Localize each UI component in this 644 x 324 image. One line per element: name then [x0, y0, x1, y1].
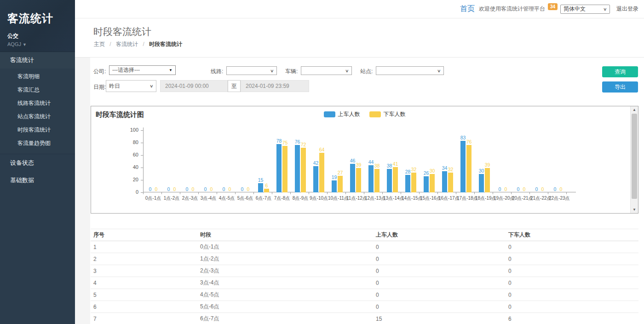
breadcrumb-section[interactable]: 客流统计 — [116, 41, 138, 47]
query-button[interactable]: 查询 — [602, 66, 638, 77]
org-code-dropdown[interactable]: AQGJ▼ — [7, 41, 75, 47]
bar-上车人数[interactable]: 42 — [313, 166, 318, 192]
table-row[interactable]: 76点-7点156 — [91, 313, 638, 324]
table-row[interactable]: 32点-3点00 — [91, 265, 638, 277]
sidebar-subitem-1[interactable]: 客流汇总 — [0, 83, 75, 97]
welcome-text: 欢迎使用客流统计管理平台 — [479, 5, 545, 13]
table-cell: 0 — [506, 277, 638, 289]
language-select[interactable]: 简体中文∨ — [560, 5, 610, 14]
sidebar-subitem-3[interactable]: 站点客流统计 — [0, 110, 75, 123]
legend-item-boarding[interactable]: 上车人数 — [324, 110, 360, 118]
bar-下车人数[interactable]: 27 — [338, 176, 343, 192]
legend-item-alighting[interactable]: 下车人数 — [369, 110, 406, 118]
bar-value-label: 27 — [338, 170, 343, 175]
station-label: 站点: — [360, 68, 373, 75]
table-row[interactable]: 54点-5点00 — [91, 289, 638, 301]
bar-下车人数[interactable]: 39 — [485, 168, 490, 192]
bar-下车人数[interactable]: 76 — [466, 145, 472, 192]
x-axis-tick — [364, 192, 364, 194]
station-select[interactable]: ∨ — [376, 66, 444, 75]
bar-上车人数[interactable]: 44 — [368, 165, 374, 192]
table-cell: 3点-4点 — [197, 277, 373, 289]
y-axis-label: 60 — [124, 152, 138, 157]
bar-value-label: 0 — [186, 186, 189, 192]
chart-panel: 时段车流统计图 上车人数 下车人数 020406080100000点-1点001… — [91, 106, 638, 214]
bar-上车人数[interactable]: 38 — [387, 169, 392, 192]
company-select[interactable]: ---请选择---▼ — [109, 65, 176, 75]
bar-下车人数[interactable]: 6 — [264, 189, 269, 192]
bar-group-20点-21点: 0020点-21点 — [512, 130, 530, 192]
page-title: 时段客流统计 — [93, 25, 151, 38]
scrollbar-thumb[interactable] — [632, 114, 637, 199]
bar-上车人数[interactable]: 46 — [350, 164, 355, 192]
scroll-down-icon[interactable]: ▼ — [631, 208, 638, 212]
bar-上车人数[interactable]: 28 — [405, 175, 410, 192]
x-axis-tick — [401, 192, 401, 194]
table-row[interactable]: 21点-2点00 — [91, 253, 638, 265]
bar-上车人数[interactable]: 78 — [276, 144, 282, 192]
sidebar-subitem-5[interactable]: 客流量趋势图 — [0, 137, 75, 150]
chart-scrollbar[interactable]: ▲ ▼ — [630, 106, 638, 213]
x-axis-category-label: 10点-11点 — [328, 195, 346, 202]
sidebar-item-1[interactable]: 基础数据 — [0, 172, 75, 189]
bar-value-label: 0 — [505, 186, 507, 192]
bar-value-label: 32 — [411, 167, 417, 172]
bar-上车人数[interactable]: 83 — [460, 141, 466, 192]
x-axis-tick — [437, 192, 438, 194]
bar-下车人数[interactable]: 72 — [301, 148, 306, 192]
y-axis-label: 100 — [124, 127, 138, 133]
bar-下车人数[interactable]: 39 — [356, 168, 361, 192]
logout-link[interactable]: 退出登录 — [616, 5, 638, 13]
bar-上车人数[interactable]: 19 — [332, 180, 337, 192]
table-cell: 0 — [506, 265, 638, 277]
bar-下车人数[interactable]: 75 — [282, 146, 288, 192]
notification-badge[interactable]: 34 — [548, 3, 558, 10]
table-row[interactable]: 43点-4点00 — [91, 277, 638, 289]
sidebar-subitem-4[interactable]: 时段客流统计 — [0, 123, 75, 137]
bar-上车人数[interactable]: 15 — [258, 183, 263, 192]
table-row[interactable]: 10点-1点00 — [91, 241, 638, 253]
legend-label-boarding: 上车人数 — [338, 110, 360, 118]
x-axis-tick — [235, 192, 236, 194]
y-axis-label: 0 — [124, 189, 138, 195]
table-cell: 0 — [373, 301, 506, 313]
export-button[interactable]: 导出 — [602, 81, 638, 93]
y-axis — [143, 127, 144, 192]
bar-value-label: 38 — [374, 163, 380, 168]
sidebar-subitem-0[interactable]: 客流明细 — [0, 70, 75, 83]
bar-group-2点-3点: 002点-3点 — [181, 130, 199, 192]
date-start-input[interactable]: 2024-01-09 00:00 — [160, 80, 228, 92]
bar-value-label: 0 — [210, 186, 213, 192]
date-preset-select[interactable]: 昨日∨ — [106, 80, 156, 92]
sidebar-section-passenger-stats[interactable]: 客流统计 — [0, 52, 75, 69]
date-end-input[interactable]: 2024-01-09 23:59 — [241, 80, 309, 92]
bar-上车人数[interactable]: 30 — [479, 174, 484, 193]
bar-上车人数[interactable]: 34 — [442, 171, 447, 192]
bar-group-14点-15点: 283214点-15点 — [402, 130, 420, 192]
table-row[interactable]: 65点-6点00 — [91, 301, 638, 313]
x-axis-category-label: 2点-3点 — [181, 195, 199, 202]
breadcrumb-home[interactable]: 主页 — [94, 41, 105, 47]
x-axis-category-label: 18点-19点 — [475, 195, 494, 202]
bar-下车人数[interactable]: 32 — [448, 173, 453, 192]
bar-下车人数[interactable]: 41 — [393, 167, 398, 192]
bar-下车人数[interactable]: 30 — [430, 174, 435, 193]
line-select[interactable]: ∨ — [226, 66, 277, 75]
vehicle-select[interactable]: ∨ — [301, 66, 352, 75]
bar-value-label: 32 — [448, 167, 454, 172]
bar-下车人数[interactable]: 64 — [319, 153, 324, 192]
bar-上车人数[interactable]: 76 — [295, 145, 300, 192]
x-axis-category-label: 3点-4点 — [199, 195, 218, 202]
bar-group-0点-1点: 000点-1点 — [144, 130, 162, 192]
bar-value-label: 0 — [499, 186, 501, 192]
bar-value-label: 28 — [405, 169, 411, 174]
table-cell: 0 — [506, 241, 638, 253]
home-link[interactable]: 首页 — [460, 4, 475, 14]
scroll-up-icon[interactable]: ▲ — [631, 108, 638, 112]
sidebar-item-0[interactable]: 设备状态 — [0, 154, 75, 172]
sidebar-subitem-2[interactable]: 线路客流统计 — [0, 97, 75, 110]
bar-value-label: 19 — [332, 174, 337, 180]
bar-上车人数[interactable]: 26 — [424, 176, 429, 192]
bar-下车人数[interactable]: 38 — [374, 169, 380, 192]
bar-下车人数[interactable]: 32 — [411, 173, 416, 192]
